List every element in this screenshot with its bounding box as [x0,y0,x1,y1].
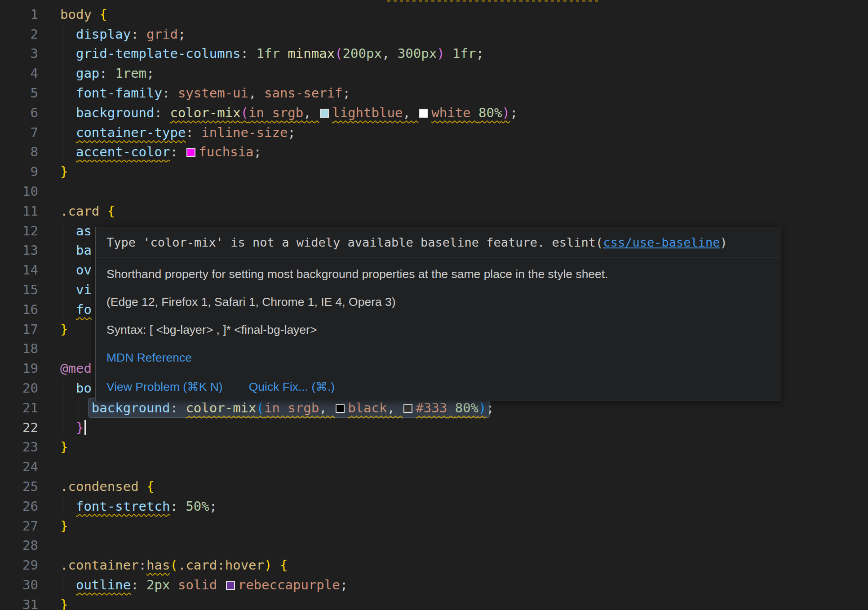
code-line[interactable]: 26 font-stretch: 50%; [0,496,868,516]
code-line[interactable]: 7 container-type: inline-size; [0,123,868,142]
token: , [382,46,398,61]
line-number: 13 [0,243,38,258]
code-line[interactable]: 4 gap: 1rem; [0,63,868,83]
code-text: font-stretch: 50%; [60,499,217,514]
code-text: background: color-mix(in srgb, lightblue… [60,105,518,120]
token [60,302,76,317]
code-text: .container:has(.card:hover) { [60,557,288,573]
code-text: .card { [60,203,115,219]
token: minmax [288,46,335,61]
code-line[interactable]: 3 grid-template-columns: 1fr minmax(200p… [0,44,868,64]
code-line[interactable]: 5 font-family: system-ui, sans-serif; [0,83,868,103]
color-swatch[interactable] [403,404,412,413]
token: grid-template-columns [76,46,241,61]
token: background [76,105,155,120]
color-swatch[interactable] [186,148,195,157]
token: } [60,597,68,610]
token [280,46,288,61]
token: display [76,27,131,42]
color-swatch[interactable] [226,581,235,590]
code-line[interactable]: 25.condensed { [0,477,868,496]
token [60,27,76,42]
code-line[interactable]: 23} [0,438,868,457]
code-line[interactable]: 9} [0,162,868,181]
token [272,557,279,573]
token: background [92,400,170,416]
token: , [387,400,403,416]
line-number: 27 [0,518,38,534]
code-line[interactable]: 10 [0,181,868,201]
mdn-reference-link[interactable]: MDN Reference [106,351,770,365]
token [170,577,177,592]
docs-description: Shorthand property for setting most back… [106,267,770,281]
token: color-mix [186,400,256,416]
quick-fix-link[interactable]: Quick Fix... (⌘.) [249,380,335,394]
diagnostic-source-suffix: ) [720,235,727,249]
token: 50% [186,499,209,514]
hover-highlight: background: color-mix(in srgb, black, #3… [89,398,489,417]
view-problem-link[interactable]: View Problem (⌘K N) [106,380,223,394]
code-editor[interactable]: 1body {2 display: grid;3 grid-template-c… [0,0,868,610]
code-line[interactable]: 28 [0,536,868,556]
code-line[interactable]: 22 } [0,418,868,438]
token: inline-size [201,125,288,140]
code-line[interactable]: 30 outline: 2px solid rebeccapurple; [0,575,868,595]
code-line[interactable]: 6 background: color-mix(in srgb, lightbl… [0,103,868,123]
code-line[interactable]: 11.card { [0,201,868,221]
token: : [186,125,201,140]
line-number: 4 [0,66,38,81]
line-number: 24 [0,459,38,474]
token: fo [76,302,92,317]
token: .condensed [60,479,139,494]
token: ; [340,577,348,592]
token [60,46,76,61]
token: color-mix [170,105,240,120]
code-text: outline: 2px solid rebeccapurple; [60,577,348,592]
code-text: } [60,597,68,610]
color-swatch[interactable] [320,109,329,118]
code-line[interactable]: 31} [0,595,868,610]
token [445,46,452,61]
token: grid [146,27,178,42]
token [60,420,76,435]
token [92,7,99,22]
color-swatch[interactable] [419,109,428,118]
token: solid [178,577,217,592]
code-line[interactable]: 1body { [0,4,868,24]
code-line[interactable]: 2 display: grid; [0,24,868,44]
token [447,400,455,416]
token: has [146,557,170,573]
clipped-squiggle-artifact [387,0,598,2]
hover-tooltip: Type 'color-mix' is not a widely availab… [95,227,781,401]
code-text: @med [60,361,92,376]
token: ) [478,400,486,416]
tooltip-docs: Shorthand property for setting most back… [96,257,781,365]
code-line[interactable]: 8 accent-color: fuchsia; [0,142,868,162]
code-line[interactable]: 24 [0,457,868,477]
diagnostic-text: Type 'color-mix' is not a widely availab… [106,235,552,249]
code-text: } [60,518,68,534]
code-line[interactable]: 29.container:has(.card:hover) { [0,555,868,575]
token: as [76,223,92,239]
line-number: 28 [0,538,38,553]
token: ; [209,499,217,514]
code-text: } [60,420,86,435]
token: vi [76,282,92,297]
code-text: grid-template-columns: 1fr minmax(200px,… [60,46,484,61]
diagnostic-rule-link[interactable]: css/use-baseline [603,235,720,249]
token: .card [178,557,217,573]
line-number: 18 [0,341,38,356]
token: outline [76,577,131,592]
code-text: } [60,322,68,337]
token: ; [146,66,154,81]
token [60,400,92,416]
line-number: 22 [0,420,38,435]
code-line[interactable]: 27} [0,516,868,536]
token: lightblue [332,105,403,120]
token [139,479,146,494]
line-number: 2 [0,27,38,42]
line-number: 21 [0,400,38,416]
line-number: 16 [0,302,38,317]
color-swatch[interactable] [336,404,345,413]
token [60,105,76,120]
